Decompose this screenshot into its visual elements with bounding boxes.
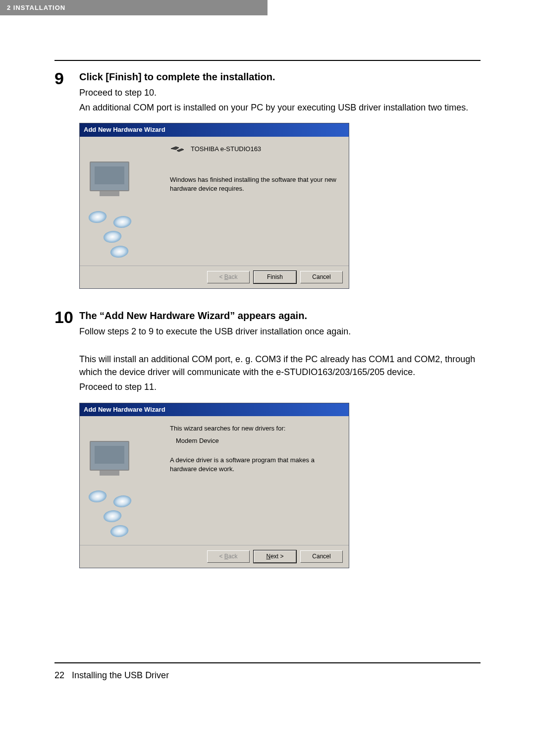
next-button[interactable]: Next > [254,550,296,563]
horizontal-rule-top [54,60,481,61]
wizard2-intro: This wizard searches for new drivers for… [170,424,340,433]
wizard1-title: Add New Hardware Wizard [80,123,349,137]
hardware-icon [170,145,185,156]
step-10-line3: Proceed to step 11. [79,380,481,393]
page-number: 22 [54,670,64,680]
step-9-line2: An additional COM port is installed on y… [79,101,481,114]
header-tab: 2 INSTALLATION [0,0,268,15]
wizard1-device-name: TOSHIBA e-STUDIO163 [191,145,261,154]
wizard-graphic [85,421,164,540]
back-button: < Back [207,550,250,563]
footer-section: Installing the USB Driver [72,670,169,680]
step-10: 10 The “Add New Hardware Wizard” appears… [54,309,481,568]
page-footer: 22 Installing the USB Driver [54,663,481,681]
wizard2-desc: A device driver is a software program th… [170,456,340,473]
step-9-heading: Click [Finish] to complete the installat… [79,70,481,84]
wizard2-device-name: Modem Device [176,436,340,446]
cancel-button[interactable]: Cancel [300,550,343,563]
back-button: < Back [207,271,250,283]
wizard-dialog-search: Add New Hardware Wizard This wizard sear… [79,403,349,569]
step-9: 9 Click [Finish] to complete the install… [54,70,481,289]
step-9-line1: Proceed to step 10. [79,86,481,99]
wizard2-title: Add New Hardware Wizard [80,403,349,417]
step-10-heading: The “Add New Hardware Wizard” appears ag… [79,309,481,323]
step-10-line1: Follow steps 2 to 9 to execute the USB d… [79,325,481,338]
wizard1-message: Windows has finished installing the soft… [170,175,340,193]
step-number-9: 9 [54,70,79,289]
step-number-10: 10 [54,309,79,568]
step-10-para2: This will install an additional COM port… [79,353,481,378]
cancel-button[interactable]: Cancel [300,271,343,283]
finish-button[interactable]: Finish [254,271,296,283]
wizard-graphic [85,142,164,261]
wizard-dialog-finish: Add New Hardware Wizard [79,123,349,289]
